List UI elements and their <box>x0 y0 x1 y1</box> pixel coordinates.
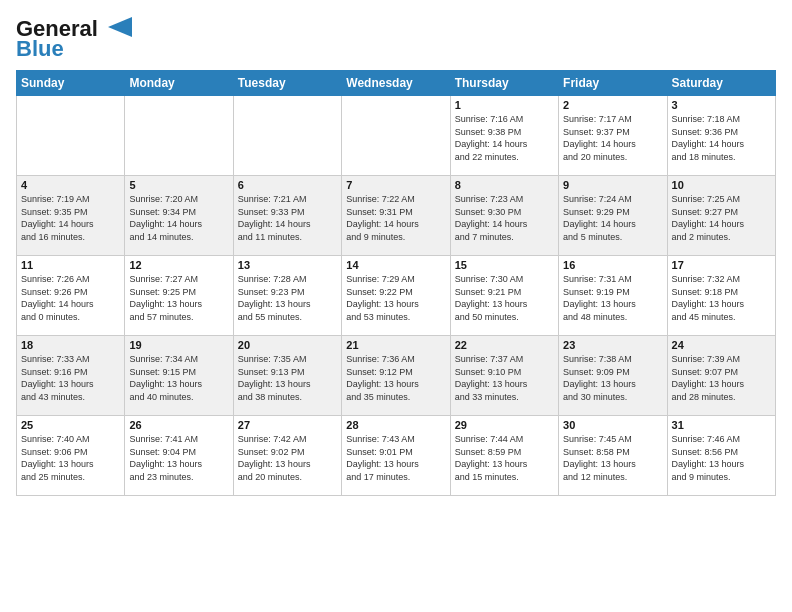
day-number: 25 <box>21 419 120 431</box>
day-info: Sunrise: 7:27 AM Sunset: 9:25 PM Dayligh… <box>129 273 228 323</box>
calendar-cell: 16Sunrise: 7:31 AM Sunset: 9:19 PM Dayli… <box>559 256 667 336</box>
day-number: 8 <box>455 179 554 191</box>
day-number: 20 <box>238 339 337 351</box>
calendar-table: SundayMondayTuesdayWednesdayThursdayFrid… <box>16 70 776 496</box>
calendar-cell: 23Sunrise: 7:38 AM Sunset: 9:09 PM Dayli… <box>559 336 667 416</box>
calendar-cell: 22Sunrise: 7:37 AM Sunset: 9:10 PM Dayli… <box>450 336 558 416</box>
calendar-cell: 5Sunrise: 7:20 AM Sunset: 9:34 PM Daylig… <box>125 176 233 256</box>
calendar-cell: 13Sunrise: 7:28 AM Sunset: 9:23 PM Dayli… <box>233 256 341 336</box>
day-info: Sunrise: 7:32 AM Sunset: 9:18 PM Dayligh… <box>672 273 771 323</box>
day-info: Sunrise: 7:22 AM Sunset: 9:31 PM Dayligh… <box>346 193 445 243</box>
day-info: Sunrise: 7:30 AM Sunset: 9:21 PM Dayligh… <box>455 273 554 323</box>
calendar-cell: 30Sunrise: 7:45 AM Sunset: 8:58 PM Dayli… <box>559 416 667 496</box>
calendar-cell: 11Sunrise: 7:26 AM Sunset: 9:26 PM Dayli… <box>17 256 125 336</box>
calendar-cell: 12Sunrise: 7:27 AM Sunset: 9:25 PM Dayli… <box>125 256 233 336</box>
calendar-cell: 18Sunrise: 7:33 AM Sunset: 9:16 PM Dayli… <box>17 336 125 416</box>
day-number: 9 <box>563 179 662 191</box>
day-number: 15 <box>455 259 554 271</box>
calendar-cell: 19Sunrise: 7:34 AM Sunset: 9:15 PM Dayli… <box>125 336 233 416</box>
svg-marker-0 <box>108 17 132 37</box>
day-info: Sunrise: 7:16 AM Sunset: 9:38 PM Dayligh… <box>455 113 554 163</box>
calendar-cell: 14Sunrise: 7:29 AM Sunset: 9:22 PM Dayli… <box>342 256 450 336</box>
calendar-cell <box>17 96 125 176</box>
day-info: Sunrise: 7:26 AM Sunset: 9:26 PM Dayligh… <box>21 273 120 323</box>
calendar-cell: 9Sunrise: 7:24 AM Sunset: 9:29 PM Daylig… <box>559 176 667 256</box>
day-info: Sunrise: 7:39 AM Sunset: 9:07 PM Dayligh… <box>672 353 771 403</box>
day-info: Sunrise: 7:17 AM Sunset: 9:37 PM Dayligh… <box>563 113 662 163</box>
day-number: 7 <box>346 179 445 191</box>
day-info: Sunrise: 7:23 AM Sunset: 9:30 PM Dayligh… <box>455 193 554 243</box>
day-number: 13 <box>238 259 337 271</box>
calendar-cell: 2Sunrise: 7:17 AM Sunset: 9:37 PM Daylig… <box>559 96 667 176</box>
calendar-cell: 29Sunrise: 7:44 AM Sunset: 8:59 PM Dayli… <box>450 416 558 496</box>
calendar-cell: 27Sunrise: 7:42 AM Sunset: 9:02 PM Dayli… <box>233 416 341 496</box>
header-row: SundayMondayTuesdayWednesdayThursdayFrid… <box>17 71 776 96</box>
day-number: 2 <box>563 99 662 111</box>
day-number: 24 <box>672 339 771 351</box>
calendar-cell: 1Sunrise: 7:16 AM Sunset: 9:38 PM Daylig… <box>450 96 558 176</box>
day-info: Sunrise: 7:24 AM Sunset: 9:29 PM Dayligh… <box>563 193 662 243</box>
day-number: 14 <box>346 259 445 271</box>
day-info: Sunrise: 7:18 AM Sunset: 9:36 PM Dayligh… <box>672 113 771 163</box>
week-row-5: 25Sunrise: 7:40 AM Sunset: 9:06 PM Dayli… <box>17 416 776 496</box>
day-info: Sunrise: 7:41 AM Sunset: 9:04 PM Dayligh… <box>129 433 228 483</box>
day-info: Sunrise: 7:20 AM Sunset: 9:34 PM Dayligh… <box>129 193 228 243</box>
day-info: Sunrise: 7:19 AM Sunset: 9:35 PM Dayligh… <box>21 193 120 243</box>
day-number: 21 <box>346 339 445 351</box>
col-header-saturday: Saturday <box>667 71 775 96</box>
day-info: Sunrise: 7:46 AM Sunset: 8:56 PM Dayligh… <box>672 433 771 483</box>
day-info: Sunrise: 7:44 AM Sunset: 8:59 PM Dayligh… <box>455 433 554 483</box>
day-number: 27 <box>238 419 337 431</box>
calendar-cell: 17Sunrise: 7:32 AM Sunset: 9:18 PM Dayli… <box>667 256 775 336</box>
col-header-thursday: Thursday <box>450 71 558 96</box>
day-number: 29 <box>455 419 554 431</box>
day-info: Sunrise: 7:33 AM Sunset: 9:16 PM Dayligh… <box>21 353 120 403</box>
day-info: Sunrise: 7:40 AM Sunset: 9:06 PM Dayligh… <box>21 433 120 483</box>
day-number: 18 <box>21 339 120 351</box>
col-header-wednesday: Wednesday <box>342 71 450 96</box>
week-row-4: 18Sunrise: 7:33 AM Sunset: 9:16 PM Dayli… <box>17 336 776 416</box>
calendar-cell: 28Sunrise: 7:43 AM Sunset: 9:01 PM Dayli… <box>342 416 450 496</box>
day-info: Sunrise: 7:21 AM Sunset: 9:33 PM Dayligh… <box>238 193 337 243</box>
calendar-cell: 26Sunrise: 7:41 AM Sunset: 9:04 PM Dayli… <box>125 416 233 496</box>
col-header-sunday: Sunday <box>17 71 125 96</box>
day-info: Sunrise: 7:36 AM Sunset: 9:12 PM Dayligh… <box>346 353 445 403</box>
day-info: Sunrise: 7:42 AM Sunset: 9:02 PM Dayligh… <box>238 433 337 483</box>
col-header-monday: Monday <box>125 71 233 96</box>
calendar-cell: 7Sunrise: 7:22 AM Sunset: 9:31 PM Daylig… <box>342 176 450 256</box>
header: General Blue <box>16 16 776 62</box>
week-row-2: 4Sunrise: 7:19 AM Sunset: 9:35 PM Daylig… <box>17 176 776 256</box>
day-number: 6 <box>238 179 337 191</box>
week-row-1: 1Sunrise: 7:16 AM Sunset: 9:38 PM Daylig… <box>17 96 776 176</box>
day-info: Sunrise: 7:31 AM Sunset: 9:19 PM Dayligh… <box>563 273 662 323</box>
col-header-tuesday: Tuesday <box>233 71 341 96</box>
col-header-friday: Friday <box>559 71 667 96</box>
logo-icon <box>100 17 132 37</box>
day-number: 17 <box>672 259 771 271</box>
day-info: Sunrise: 7:29 AM Sunset: 9:22 PM Dayligh… <box>346 273 445 323</box>
day-info: Sunrise: 7:25 AM Sunset: 9:27 PM Dayligh… <box>672 193 771 243</box>
day-number: 11 <box>21 259 120 271</box>
day-number: 1 <box>455 99 554 111</box>
calendar-cell: 10Sunrise: 7:25 AM Sunset: 9:27 PM Dayli… <box>667 176 775 256</box>
calendar-cell: 15Sunrise: 7:30 AM Sunset: 9:21 PM Dayli… <box>450 256 558 336</box>
day-number: 30 <box>563 419 662 431</box>
day-number: 10 <box>672 179 771 191</box>
day-number: 3 <box>672 99 771 111</box>
logo-blue: Blue <box>16 36 64 62</box>
calendar-cell: 3Sunrise: 7:18 AM Sunset: 9:36 PM Daylig… <box>667 96 775 176</box>
day-info: Sunrise: 7:35 AM Sunset: 9:13 PM Dayligh… <box>238 353 337 403</box>
calendar-cell: 24Sunrise: 7:39 AM Sunset: 9:07 PM Dayli… <box>667 336 775 416</box>
day-info: Sunrise: 7:38 AM Sunset: 9:09 PM Dayligh… <box>563 353 662 403</box>
calendar-cell: 31Sunrise: 7:46 AM Sunset: 8:56 PM Dayli… <box>667 416 775 496</box>
calendar-cell: 20Sunrise: 7:35 AM Sunset: 9:13 PM Dayli… <box>233 336 341 416</box>
day-info: Sunrise: 7:43 AM Sunset: 9:01 PM Dayligh… <box>346 433 445 483</box>
day-number: 12 <box>129 259 228 271</box>
day-number: 4 <box>21 179 120 191</box>
calendar-cell: 4Sunrise: 7:19 AM Sunset: 9:35 PM Daylig… <box>17 176 125 256</box>
day-number: 23 <box>563 339 662 351</box>
day-info: Sunrise: 7:45 AM Sunset: 8:58 PM Dayligh… <box>563 433 662 483</box>
logo: General Blue <box>16 16 132 62</box>
calendar-cell <box>233 96 341 176</box>
week-row-3: 11Sunrise: 7:26 AM Sunset: 9:26 PM Dayli… <box>17 256 776 336</box>
